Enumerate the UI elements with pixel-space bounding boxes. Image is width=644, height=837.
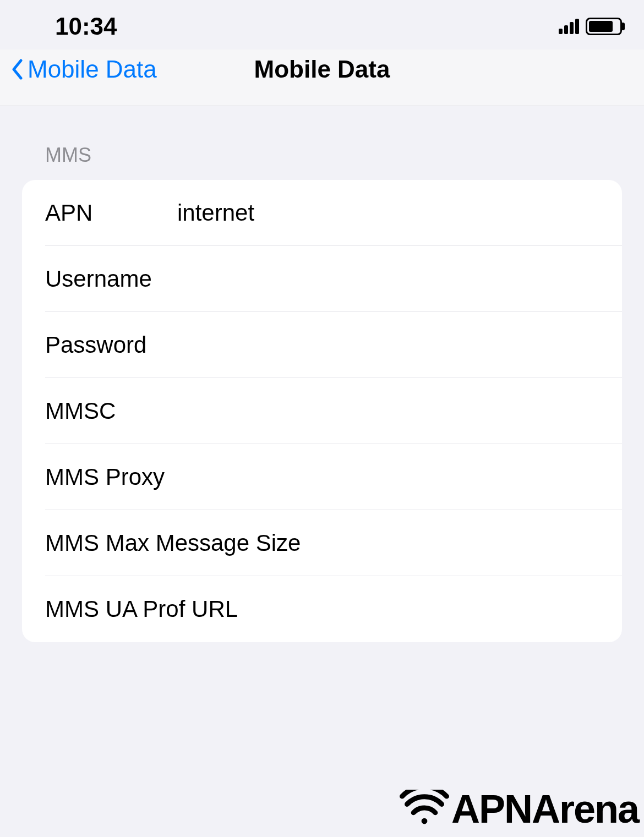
label-mmsc: MMSC <box>45 398 177 424</box>
battery-icon <box>586 18 622 35</box>
label-password: Password <box>45 332 177 358</box>
input-username[interactable] <box>177 266 599 292</box>
row-apn[interactable]: APN <box>22 180 622 246</box>
input-password[interactable] <box>177 332 599 358</box>
row-mms-max-size[interactable]: MMS Max Message Size <box>22 510 622 576</box>
wifi-icon <box>400 790 449 828</box>
row-mmsc[interactable]: MMSC <box>22 378 622 444</box>
status-icons <box>559 18 622 35</box>
back-label: Mobile Data <box>28 56 157 83</box>
label-mms-max-size: MMS Max Message Size <box>45 530 308 556</box>
cellular-signal-icon <box>559 19 579 34</box>
label-mms-ua-prof: MMS UA Prof URL <box>45 596 308 622</box>
watermark-bottom: APNArena <box>400 786 638 831</box>
input-mms-ua-prof[interactable] <box>308 596 599 622</box>
status-time: 10:34 <box>55 13 117 40</box>
row-password[interactable]: Password <box>22 312 622 378</box>
row-mms-ua-prof[interactable]: MMS UA Prof URL <box>22 576 622 642</box>
label-username: Username <box>45 266 177 292</box>
chevron-left-icon <box>11 59 23 80</box>
back-button[interactable]: Mobile Data <box>11 56 157 83</box>
row-mms-proxy[interactable]: MMS Proxy <box>22 444 622 510</box>
label-apn: APN <box>45 200 177 226</box>
section-header-mms: MMS <box>45 144 622 167</box>
settings-group-mms: APN Username Password MMSC MMS Proxy MMS… <box>22 180 622 642</box>
row-username[interactable]: Username <box>22 246 622 312</box>
input-mms-max-size[interactable] <box>308 530 599 556</box>
navigation-bar: Mobile Data Mobile Data <box>0 50 644 106</box>
input-mms-proxy[interactable] <box>308 464 599 490</box>
label-mms-proxy: MMS Proxy <box>45 464 308 490</box>
page-title: Mobile Data <box>254 56 390 83</box>
input-apn[interactable] <box>177 200 599 226</box>
status-bar: 10:34 <box>0 0 644 50</box>
input-mmsc[interactable] <box>177 398 599 424</box>
